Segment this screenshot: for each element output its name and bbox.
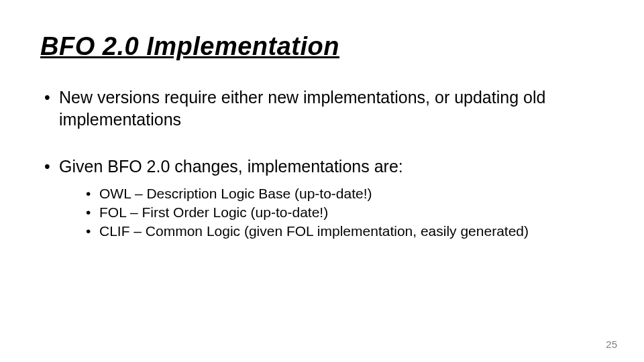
sub-bullet-item: FOL – First Order Logic (up-to-date!): [59, 203, 604, 222]
sub-bullet-item: CLIF – Common Logic (given FOL implement…: [59, 222, 604, 241]
bullet-item: Given BFO 2.0 changes, implementations a…: [40, 156, 604, 241]
sub-bullet-item: OWL – Description Logic Base (up-to-date…: [59, 184, 604, 203]
bullet-text: New versions require either new implemen…: [59, 88, 545, 129]
sub-bullet-list: OWL – Description Logic Base (up-to-date…: [59, 184, 604, 241]
bullet-text: Given BFO 2.0 changes, implementations a…: [59, 157, 403, 176]
slide: BFO 2.0 Implementation New versions requ…: [0, 0, 644, 362]
bullet-item: New versions require either new implemen…: [40, 86, 604, 130]
slide-title: BFO 2.0 Implementation: [40, 32, 604, 61]
bullet-list: New versions require either new implemen…: [40, 86, 604, 241]
page-number: 25: [606, 339, 617, 350]
